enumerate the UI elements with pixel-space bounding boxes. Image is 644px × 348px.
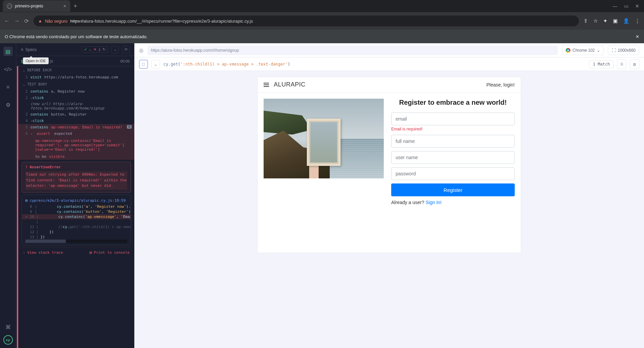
view-stack-trace-button[interactable]: › View stack trace <box>23 250 63 255</box>
browser-tab[interactable]: ◯ primeiro-projeto × <box>3 0 70 12</box>
before-each-label: ⌄ BEFORE EACH <box>18 66 134 74</box>
settings-nav-icon[interactable]: ⚙ <box>4 101 12 109</box>
panel-icon[interactable]: ▣ <box>613 18 618 24</box>
target-icon[interactable]: ◎ <box>139 47 143 53</box>
command-row-assert[interactable]: 6-assert expected ap-vmesssage:cy-contai… <box>18 130 134 160</box>
code-line: 11| //cy.get(':nth-child(1) > ap-vmessa <box>22 224 131 229</box>
error-message: Timed out retrying after 4000ms: Expecte… <box>25 171 127 190</box>
chrome-icon <box>566 48 570 53</box>
command-log: ⌄ BEFORE EACH 1 visit https://alura-foto… <box>17 66 134 348</box>
cypress-logo-icon: cy <box>3 335 13 345</box>
chevron-down-button[interactable]: ⌄ <box>111 46 119 53</box>
debug-nav-icon[interactable]: ≡ <box>4 83 12 91</box>
selector-match-count: 1 Match <box>589 60 614 68</box>
selector-method-dropdown[interactable]: ⌄ <box>151 60 160 69</box>
tab-title: primeiro-projeto <box>15 4 61 8</box>
error-title: !AssertionError <box>25 165 127 169</box>
selector-picker-button[interactable]: ⬚ <box>139 60 148 69</box>
code-line: | <box>22 219 131 224</box>
code-line: 13|}) <box>22 234 131 240</box>
login-link[interactable]: Please, login! <box>486 82 515 88</box>
test-status-summary: ✓ -- ✕ 1 ↻ <box>82 46 108 53</box>
command-row[interactable]: 1 visit https://alura-fotos.herokuapp.co… <box>18 74 134 80</box>
error-block: !AssertionError Timed out retrying after… <box>22 162 131 193</box>
code-line: > 10| cy.contains('ap-vmesssage', 'Email <box>22 214 131 219</box>
command-row[interactable]: 2-click <box>18 95 134 101</box>
code-line: 9| cy.contains('button', 'Register').c <box>22 209 131 214</box>
close-tab-icon[interactable]: × <box>63 3 66 9</box>
username-input[interactable] <box>391 151 515 164</box>
back-button[interactable]: ← <box>4 18 9 24</box>
specs-breadcrumb[interactable]: ≡ Specs <box>21 47 36 52</box>
app-body: Register to embrace a new world! Email i… <box>258 93 521 211</box>
error-code-block: ▤cypress/e2e/3-alurapic/alurapic.cy.js:1… <box>22 195 131 245</box>
command-row[interactable]: 3containsbutton, Register <box>18 111 134 118</box>
selector-playground-bar: ⬚ ⌄ cy.get(':nth-child(1) > ap-vmessage … <box>134 57 644 71</box>
app-title: ALURAPIC <box>274 81 305 88</box>
address-bar: ← → ⟳ ▲ Não seguro https://alura-fotos.h… <box>0 12 644 30</box>
code-line: 12| }) <box>22 229 131 234</box>
browser-chrome: ◯ primeiro-projeto × + — ▭ ✕ ← → ⟳ ▲ Não… <box>0 0 644 30</box>
signup-form: Register to embrace a new world! Email i… <box>391 99 515 205</box>
register-button[interactable]: Register <box>391 183 515 196</box>
reporter-header: ≡ Specs ✓ -- ✕ 1 ↻ ⌄ ⟳ <box>16 43 134 56</box>
command-row[interactable]: 1containsa, Register now <box>18 88 134 95</box>
profile-icon[interactable]: 👤 <box>623 18 629 24</box>
code-line: 8| cy.contains('a', 'Register now').cl <box>22 204 131 209</box>
automation-info-text: O Chrome está sendo controlado por um so… <box>5 34 147 39</box>
reload-button[interactable]: ⟳ <box>24 18 29 24</box>
automation-info-bar: O Chrome está sendo controlado por um so… <box>0 30 644 43</box>
command-row-failed[interactable]: 5containsap-vmesssage, Email is required… <box>18 124 134 130</box>
security-warning: Não seguro <box>45 19 68 24</box>
alurapic-app: ALURAPIC Please, login! Register to embr… <box>258 77 521 253</box>
email-input[interactable] <box>391 113 515 125</box>
signin-link[interactable]: Sign In! <box>426 200 441 205</box>
new-tab-button[interactable]: + <box>74 3 77 10</box>
signup-hero-image <box>264 99 384 178</box>
specs-nav-icon[interactable]: ▤ <box>3 47 13 56</box>
app-under-test-panel: ◎ https://alura-fotos.herokuapp.com/#/ho… <box>134 43 644 348</box>
menu-icon[interactable]: ⋮ <box>635 18 640 24</box>
tab-bar: ◯ primeiro-projeto × + — ▭ ✕ <box>0 0 644 12</box>
code-horizontal-scrollbar[interactable] <box>25 240 127 243</box>
error-file-link[interactable]: ▤cypress/e2e/3-alurapic/alurapic.cy.js:1… <box>22 197 131 204</box>
copy-selector-button[interactable]: ⎘ <box>617 59 626 69</box>
viewport-size[interactable]: ⛶1000x660 <box>608 46 639 55</box>
share-icon[interactable]: ⇪ <box>584 18 588 24</box>
close-window-button[interactable]: ✕ <box>635 3 639 9</box>
hamburger-menu-icon[interactable] <box>264 83 269 87</box>
app-iframe-area: ALURAPIC Please, login! Register to embr… <box>134 71 644 348</box>
warning-icon: ▲ <box>38 19 42 23</box>
test-reporter-panel: ≡ Specs ✓ -- ✕ 1 ↻ ⌄ ⟳ ▤ alurapic.cy.js … <box>16 43 134 348</box>
url-field[interactable]: ▲ Não seguro https://alura-fotos.herokua… <box>33 16 579 26</box>
extensions-icon[interactable]: ✦ <box>603 18 608 24</box>
email-error-message: Email is required! <box>391 127 515 131</box>
runs-nav-icon[interactable]: </> <box>4 66 12 74</box>
minimize-button[interactable]: — <box>613 3 617 9</box>
maximize-button[interactable]: ▭ <box>624 3 628 9</box>
restart-button[interactable]: ⟳ <box>122 46 130 53</box>
signup-heading: Register to embrace a new world! <box>391 99 515 106</box>
fullname-input[interactable] <box>391 135 515 148</box>
browser-selector[interactable]: Chrome 102⌄ <box>562 46 604 55</box>
error-footer: › View stack trace ▤ Print to console <box>18 247 134 257</box>
close-info-bar-icon[interactable]: ✕ <box>636 34 639 39</box>
cypress-left-rail: ▤ </> ≡ ⚙ ⌘ cy <box>0 43 16 348</box>
password-input[interactable] <box>391 167 515 180</box>
test-body-label: ⌄ TEST BODY <box>18 80 134 88</box>
spec-duration: 00:06 <box>120 59 130 63</box>
already-user-text: Already a user? Sign In! <box>391 200 515 205</box>
command-row[interactable]: 4-click <box>18 118 134 124</box>
aut-url-display: https://alura-fotos.herokuapp.com/#/home… <box>147 46 558 55</box>
shortcuts-nav-icon[interactable]: ⌘ <box>4 323 12 331</box>
file-icon: ▤ <box>25 198 28 203</box>
selector-code[interactable]: cy.get(':nth-child(1) > ap-vmessage > .t… <box>163 62 586 67</box>
open-in-ide-tooltip: Open in IDE <box>23 57 49 64</box>
globe-icon: ◯ <box>7 3 12 9</box>
forward-button[interactable]: → <box>14 18 20 24</box>
bookmark-icon[interactable]: ☆ <box>593 18 598 24</box>
ruler-icon: ⛶ <box>612 48 616 53</box>
print-selector-button[interactable]: ▤ <box>630 59 639 69</box>
print-to-console-button[interactable]: ▤ Print to console <box>89 250 130 255</box>
window-controls: — ▭ ✕ <box>613 3 644 9</box>
